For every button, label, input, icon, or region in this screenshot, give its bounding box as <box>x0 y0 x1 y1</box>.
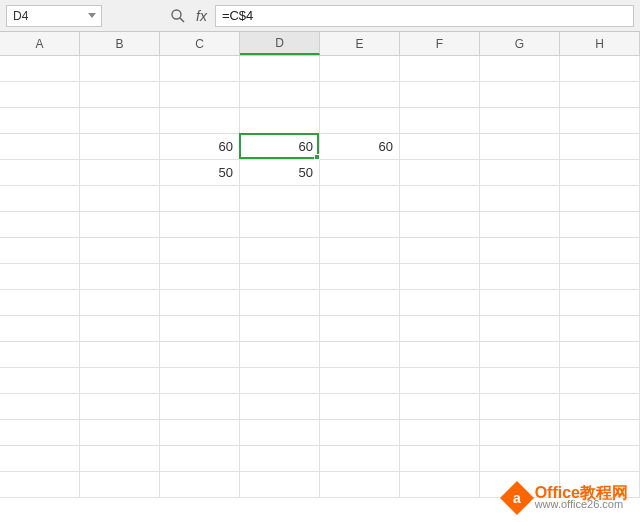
cell[interactable] <box>560 446 640 471</box>
cell[interactable] <box>400 394 480 419</box>
cell[interactable] <box>0 420 80 445</box>
zoom-icon[interactable] <box>170 8 186 24</box>
cell[interactable] <box>400 342 480 367</box>
cell[interactable] <box>560 134 640 159</box>
cell[interactable] <box>240 472 320 497</box>
cell[interactable] <box>80 420 160 445</box>
cell[interactable] <box>400 56 480 81</box>
cell[interactable] <box>0 160 80 185</box>
cell[interactable] <box>0 316 80 341</box>
formula-input[interactable]: =C$4 <box>215 5 634 27</box>
cell[interactable] <box>480 446 560 471</box>
cell[interactable] <box>480 82 560 107</box>
cell[interactable] <box>480 316 560 341</box>
column-header-H[interactable]: H <box>560 32 640 55</box>
cell[interactable] <box>0 368 80 393</box>
cell[interactable] <box>240 316 320 341</box>
cell[interactable] <box>80 134 160 159</box>
cell[interactable] <box>240 342 320 367</box>
cell[interactable] <box>480 186 560 211</box>
fx-icon[interactable]: fx <box>196 8 207 24</box>
cell[interactable] <box>400 264 480 289</box>
cell[interactable] <box>320 56 400 81</box>
column-header-D[interactable]: D <box>240 32 320 55</box>
cell[interactable] <box>0 82 80 107</box>
cell[interactable] <box>80 368 160 393</box>
cell[interactable] <box>560 342 640 367</box>
cell[interactable] <box>320 82 400 107</box>
cell[interactable] <box>320 394 400 419</box>
cell[interactable] <box>160 342 240 367</box>
cell[interactable] <box>320 446 400 471</box>
cell[interactable] <box>160 446 240 471</box>
cell[interactable] <box>400 368 480 393</box>
cell[interactable] <box>80 472 160 497</box>
name-box-dropdown-icon[interactable] <box>85 8 99 24</box>
cell[interactable] <box>240 108 320 133</box>
cell[interactable] <box>0 56 80 81</box>
column-header-F[interactable]: F <box>400 32 480 55</box>
cell[interactable] <box>400 186 480 211</box>
cell[interactable] <box>400 82 480 107</box>
cell[interactable] <box>320 212 400 237</box>
cell[interactable] <box>80 160 160 185</box>
cell[interactable] <box>240 368 320 393</box>
cell[interactable] <box>480 108 560 133</box>
cell[interactable] <box>320 472 400 497</box>
cell[interactable] <box>560 368 640 393</box>
cell[interactable] <box>480 264 560 289</box>
cell[interactable] <box>400 420 480 445</box>
cell[interactable] <box>480 394 560 419</box>
cell[interactable]: 60 <box>320 134 400 159</box>
cell[interactable]: 60 <box>240 134 320 159</box>
cell[interactable] <box>400 290 480 315</box>
cell[interactable] <box>160 186 240 211</box>
cell[interactable] <box>0 186 80 211</box>
cell[interactable] <box>80 56 160 81</box>
cell[interactable] <box>80 264 160 289</box>
cell[interactable] <box>560 82 640 107</box>
cell[interactable] <box>560 394 640 419</box>
cell[interactable] <box>560 56 640 81</box>
cell[interactable] <box>560 420 640 445</box>
cell[interactable] <box>240 420 320 445</box>
cell[interactable] <box>160 290 240 315</box>
cell[interactable] <box>400 316 480 341</box>
cell[interactable]: 50 <box>160 160 240 185</box>
cell[interactable] <box>80 446 160 471</box>
cell[interactable] <box>160 264 240 289</box>
cell[interactable] <box>160 108 240 133</box>
cell[interactable] <box>320 420 400 445</box>
cell[interactable] <box>160 238 240 263</box>
cell[interactable] <box>560 316 640 341</box>
cell[interactable] <box>400 160 480 185</box>
cell[interactable] <box>240 290 320 315</box>
cell[interactable] <box>400 212 480 237</box>
cell[interactable] <box>480 238 560 263</box>
cell[interactable] <box>0 472 80 497</box>
cell[interactable] <box>80 108 160 133</box>
cell[interactable] <box>480 212 560 237</box>
cell[interactable] <box>80 342 160 367</box>
cell[interactable] <box>560 290 640 315</box>
cell[interactable] <box>0 108 80 133</box>
cell[interactable] <box>560 186 640 211</box>
cell[interactable] <box>320 368 400 393</box>
cell[interactable] <box>560 108 640 133</box>
cell[interactable] <box>480 134 560 159</box>
cell[interactable] <box>480 290 560 315</box>
cell[interactable] <box>240 238 320 263</box>
spreadsheet-grid[interactable]: 6060605050 <box>0 56 640 498</box>
cell[interactable] <box>320 238 400 263</box>
cell[interactable] <box>160 368 240 393</box>
cell[interactable] <box>160 420 240 445</box>
cell[interactable] <box>160 316 240 341</box>
cell[interactable] <box>240 212 320 237</box>
cell[interactable] <box>320 186 400 211</box>
cell[interactable]: 50 <box>240 160 320 185</box>
cell[interactable] <box>480 160 560 185</box>
cell[interactable] <box>80 212 160 237</box>
cell[interactable] <box>0 238 80 263</box>
cell[interactable] <box>160 212 240 237</box>
cell[interactable] <box>0 394 80 419</box>
